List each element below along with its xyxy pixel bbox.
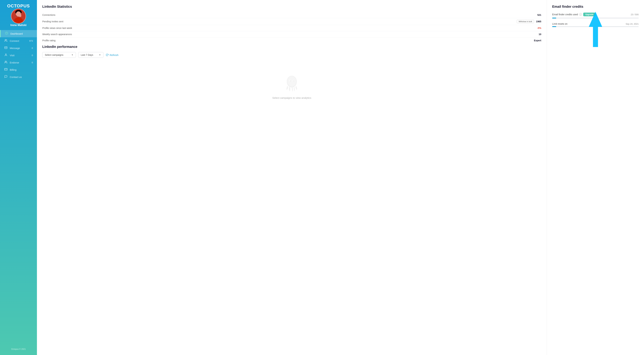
pending-value: 1965: [536, 20, 541, 23]
empty-state: Select campaigns to view analytics: [42, 63, 541, 109]
main-content: LinkedIn Statistics Connections 521 Pend…: [37, 0, 644, 355]
performance-section: LinkedIn performance Select campaigns ▼ …: [42, 45, 541, 109]
sidebar-item-message[interactable]: Message 0: [0, 44, 37, 52]
svg-point-18: [290, 80, 291, 82]
profile-rating-label: Profile rating: [42, 39, 56, 42]
stats-row-profile-views: Profile views since last week -5%: [42, 25, 541, 31]
days-dropdown-label: Last 7 Days: [81, 54, 93, 56]
sidebar-nav: Dashboard Connect 973: [0, 30, 37, 346]
profile-views-value: -5%: [537, 27, 541, 30]
stats-section-title: LinkedIn Statistics: [42, 5, 541, 8]
message-badge: 0: [29, 47, 33, 49]
sidebar-item-message-label: Message: [10, 47, 20, 50]
sidebar-footer: Octopus © 2021: [11, 346, 26, 352]
endorse-badge: 0: [29, 61, 33, 64]
credits-progress-bar: [552, 18, 639, 18]
credits-progress-fill: [552, 18, 556, 18]
endorse-icon: [4, 60, 8, 64]
sidebar: OCTOPUS Irene Maliski: [0, 0, 37, 355]
sidebar-item-billing[interactable]: Billing: [0, 66, 37, 74]
billing-icon: [4, 68, 8, 72]
sidebar-item-connect[interactable]: Connect 973: [0, 37, 37, 44]
sidebar-item-billing-label: Billing: [10, 68, 16, 71]
limit-progress-bar: [552, 26, 639, 27]
credits-used-row: Email finder credits used i Upgrade 23 /…: [552, 12, 639, 18]
sidebar-item-visit-label: Visit: [10, 54, 14, 57]
connections-value: 521: [538, 14, 541, 16]
credits-header: Email finder credits used i Upgrade 23 /…: [552, 12, 639, 16]
performance-controls: Select campaigns ▼ Last 7 Days ▼ Refresh: [42, 52, 541, 58]
sidebar-item-endorse-label: Endorse: [10, 61, 19, 64]
sidebar-item-visit[interactable]: Visit 0: [0, 52, 37, 59]
connections-label: Connections: [42, 14, 56, 16]
limit-row: Limit resets on Sep 24, 2021: [552, 22, 639, 27]
campaigns-dropdown[interactable]: Select campaigns ▼: [42, 52, 76, 58]
sidebar-item-dashboard[interactable]: Dashboard: [0, 30, 37, 37]
sidebar-item-endorse[interactable]: Endorse 0: [0, 59, 37, 66]
campaigns-chevron-icon: ▼: [71, 54, 73, 56]
svg-point-19: [293, 80, 294, 82]
user-name: Irene Maliski: [10, 24, 26, 27]
stats-table: Connections 521 Pending invites sent Wit…: [42, 12, 541, 44]
refresh-icon: [106, 54, 108, 56]
pending-right: Withdraw in bulk 1965: [517, 20, 541, 23]
withdraw-bulk-button[interactable]: Withdraw in bulk: [517, 20, 534, 23]
profile-views-label: Profile views since last week: [42, 27, 72, 30]
credits-value: 23 / 500: [631, 13, 639, 16]
linkedin-statistics-section: LinkedIn Statistics Connections 521 Pend…: [42, 5, 541, 44]
right-panel: Email finder credits Email finder credit…: [547, 0, 644, 355]
days-dropdown[interactable]: Last 7 Days ▼: [78, 52, 104, 58]
campaigns-dropdown-label: Select campaigns: [45, 54, 64, 56]
weekly-search-value: 10: [538, 33, 541, 36]
svg-point-10: [5, 54, 6, 55]
sidebar-logo: OCTOPUS: [7, 3, 30, 8]
performance-section-title: LinkedIn performance: [42, 45, 541, 49]
info-icon[interactable]: i: [579, 13, 582, 16]
stats-row-profile-rating: Profile rating Expert: [42, 38, 541, 44]
profile-rating-value: Expert: [534, 39, 541, 42]
left-panel: LinkedIn Statistics Connections 521 Pend…: [37, 0, 547, 355]
connect-badge: 973: [29, 40, 33, 42]
stats-row-weekly-search: Weekly search appearances 10: [42, 31, 541, 38]
limit-header: Limit resets on Sep 24, 2021: [552, 22, 639, 25]
content-area: LinkedIn Statistics Connections 521 Pend…: [37, 0, 644, 355]
email-finder-title: Email finder credits: [552, 5, 639, 8]
limit-date: Sep 24, 2021: [626, 23, 639, 25]
sidebar-item-contact[interactable]: Contact us: [0, 74, 37, 80]
contact-icon: [4, 75, 8, 79]
empty-state-icon: [282, 73, 302, 93]
refresh-button[interactable]: Refresh: [106, 54, 118, 56]
pending-label: Pending invites sent: [42, 20, 63, 23]
sidebar-item-connect-label: Connect: [10, 40, 19, 42]
visit-icon: [4, 54, 8, 57]
avatar: [11, 8, 26, 24]
upgrade-button[interactable]: Upgrade: [583, 12, 596, 16]
svg-point-15: [288, 76, 296, 86]
stats-row-connections: Connections 521: [42, 12, 541, 18]
svg-point-9: [5, 39, 6, 40]
connect-icon: [4, 39, 8, 43]
sidebar-item-contact-label: Contact us: [10, 76, 22, 78]
svg-point-11: [5, 61, 6, 62]
refresh-label: Refresh: [110, 54, 118, 56]
visit-badge: 0: [29, 54, 33, 56]
stats-row-pending: Pending invites sent Withdraw in bulk 19…: [42, 18, 541, 25]
empty-state-text: Select campaigns to view analytics: [272, 96, 311, 99]
limit-progress-fill: [552, 26, 556, 27]
days-chevron-icon: ▼: [99, 54, 101, 56]
weekly-search-label: Weekly search appearances: [42, 33, 72, 36]
dashboard-icon: [5, 32, 8, 36]
limit-label: Limit resets on: [552, 22, 568, 25]
svg-rect-12: [4, 68, 8, 70]
credits-used-label: Email finder credits used: [552, 13, 578, 16]
message-icon: [4, 46, 8, 50]
credit-label-group: Email finder credits used i Upgrade: [552, 12, 596, 16]
sidebar-item-dashboard-label: Dashboard: [10, 32, 23, 35]
